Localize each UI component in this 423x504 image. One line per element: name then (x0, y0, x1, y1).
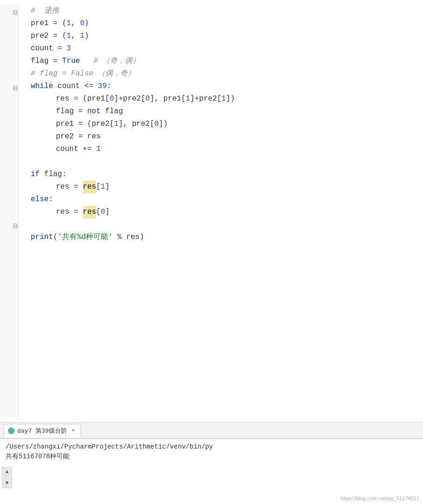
line-pre2-assign: pre2 = (1, 1) (23, 30, 423, 42)
python-icon (8, 428, 14, 434)
watermark: https://blog.csdn.net/qq_51174011 (341, 496, 419, 501)
app-window: # 递推 pre1 = (1, 0) pre2 = (1, 1) count =… (0, 0, 423, 504)
line-res-calc: res = (pre1[0]+pre2[0], pre1[1]+pre2[1]) (23, 93, 423, 105)
line-flag-assign: flag = True # （奇，偶） (23, 55, 423, 68)
scroll-down-button[interactable]: ▼ (2, 478, 12, 488)
line-count-assign: count = 3 (23, 42, 423, 55)
terminal-output: 共有51167078种可能 (6, 452, 417, 461)
tab-label: day7 第39级台阶 (17, 427, 67, 435)
line-blank1 (23, 156, 423, 168)
line-blank2 (23, 218, 423, 231)
line-if: if flag: (23, 168, 423, 181)
terminal-path: /Users/zhangxi/PycharmProjects/Arithmeti… (6, 443, 417, 450)
code-editor: # 递推 pre1 = (1, 0) pre2 = (1, 1) count =… (0, 0, 423, 422)
line-print: print('共有%d种可能' % res) (23, 231, 423, 244)
line-res-0: res = res[0] (23, 206, 423, 218)
scroll-up-button[interactable]: ▲ (2, 467, 12, 477)
line-res-1: res = res[1] (23, 181, 423, 193)
line-flag-not: flag = not flag (23, 105, 423, 118)
terminal-panel: /Users/zhangxi/PycharmProjects/Arithmeti… (0, 439, 423, 504)
line-pre1-assign: pre1 = (1, 0) (23, 17, 423, 30)
comment-text: # 递推 (31, 5, 59, 17)
code-lines: # 递推 pre1 = (1, 0) pre2 = (1, 1) count =… (0, 5, 423, 244)
line-while: while count <= 39: (23, 80, 423, 93)
line-flag-comment: # flag = False （偶，奇） (23, 68, 423, 80)
line-pre2-update: pre2 = res (23, 130, 423, 143)
line-count-incr: count += 1 (23, 143, 423, 156)
line-else: else: (23, 193, 423, 206)
line-pre1-update: pre1 = (pre2[1], pre2[0]) (23, 118, 423, 130)
tab-bar: day7 第39级台阶 × (0, 422, 423, 439)
line-comment-heading: # 递推 (23, 5, 423, 17)
tab-close-button[interactable]: × (72, 428, 75, 434)
tab-day7[interactable]: day7 第39级台阶 × (4, 424, 81, 437)
terminal-content: /Users/zhangxi/PycharmProjects/Arithmeti… (0, 439, 423, 504)
